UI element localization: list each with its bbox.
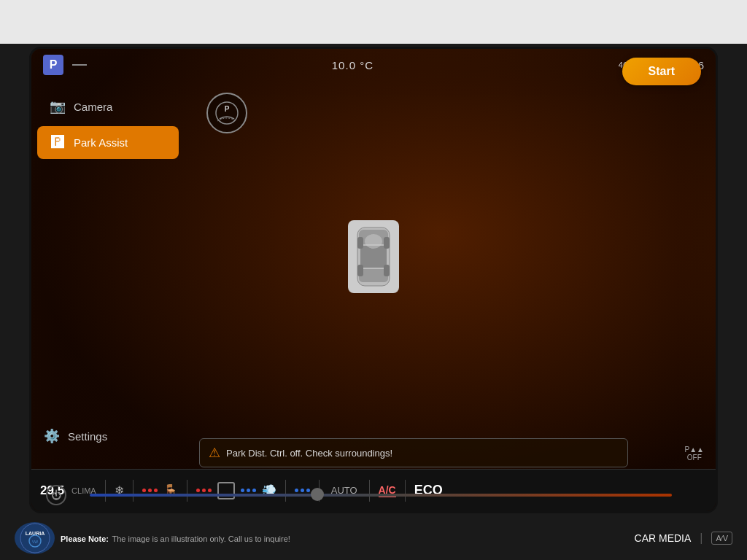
- sidebar-item-park-assist[interactable]: 🅿 Park Assist: [37, 126, 179, 159]
- footer: LAURIA VW Please Note: The image is an i…: [0, 516, 747, 560]
- pdc-off-indicator: P▲▲ OFF: [685, 446, 704, 462]
- car-svg: [352, 224, 395, 289]
- footer-note-label: Please Note:: [61, 534, 109, 543]
- divider-2: [133, 480, 133, 502]
- park-assist-icon: 🅿: [49, 135, 66, 150]
- footer-divider: |: [700, 532, 703, 545]
- park-sensor-icon: P: [214, 100, 240, 126]
- park-assist-circle-button[interactable]: P: [206, 93, 247, 133]
- temperature-slider-track[interactable]: [90, 494, 672, 497]
- heat-dots-left: [142, 489, 158, 492]
- svg-rect-8: [357, 265, 363, 276]
- infotainment-screen: P 10.0 °C 4G 🌐 11:56 📷 Camera: [29, 47, 718, 513]
- park-mode-indicator: P: [43, 55, 63, 75]
- footer-note: Please Note: The image is an illustratio…: [61, 532, 290, 545]
- sidebar: 📷 Camera 🅿 Park Assist ⚙️ Settings: [31, 81, 185, 467]
- car-image: [348, 220, 399, 293]
- svg-point-10: [365, 234, 382, 249]
- svg-rect-7: [384, 237, 390, 249]
- av-badge: A∕V: [711, 532, 732, 545]
- climate-bar: 29.5 CLIMA ❄ 🪑 💨: [31, 469, 716, 511]
- pdc-top-label: P▲▲: [685, 446, 704, 454]
- heat-dots-right: [241, 489, 256, 492]
- camera-icon: 📷: [49, 98, 66, 114]
- svg-rect-6: [357, 237, 363, 249]
- sidebar-item-settings[interactable]: ⚙️ Settings: [31, 419, 185, 453]
- header-bar: P 10.0 °C 4G 🌐 11:56: [31, 49, 716, 81]
- divider-7: [405, 480, 406, 502]
- svg-text:P: P: [225, 105, 230, 113]
- settings-icon: ⚙️: [43, 428, 61, 444]
- lauria-logo: LAURIA VW: [15, 522, 55, 554]
- sidebar-item-camera[interactable]: 📷 Camera: [37, 90, 179, 123]
- footer-note-text: The image is an illustration only. Call …: [112, 534, 290, 543]
- park-assist-label: Park Assist: [74, 136, 128, 149]
- heat-dots-center: [196, 489, 212, 492]
- divider-6: [369, 480, 370, 502]
- camera-label: Camera: [74, 101, 112, 113]
- cool-dots-right: [295, 489, 310, 492]
- car-top-view: [348, 220, 399, 293]
- power-button[interactable]: ⏻: [46, 485, 66, 505]
- carmedia-brand: CAR MEDIA: [635, 532, 692, 544]
- warning-triangle-icon: ⚠: [209, 445, 220, 461]
- settings-label: Settings: [68, 430, 107, 443]
- footer-left: LAURIA VW Please Note: The image is an i…: [15, 522, 290, 554]
- svg-point-11: [20, 524, 50, 553]
- temperature-display: 10.0 °C: [332, 59, 374, 71]
- svg-rect-5: [360, 246, 387, 268]
- divider-1: [105, 480, 106, 502]
- svg-rect-9: [384, 265, 390, 276]
- lauria-logo-svg: LAURIA VW: [17, 522, 53, 554]
- svg-text:VW: VW: [31, 540, 37, 544]
- footer-right: CAR MEDIA | A∕V: [635, 532, 732, 545]
- pdc-off-label: OFF: [687, 454, 702, 462]
- warning-bar: ⚠ Park Dist. Ctrl. off. Check surroundin…: [199, 438, 628, 467]
- warning-message: Park Dist. Ctrl. off. Check surroundings…: [226, 448, 392, 459]
- header-dash: [72, 64, 87, 66]
- divider-3: [187, 480, 187, 502]
- top-bezel: [0, 0, 747, 44]
- start-button[interactable]: Start: [622, 58, 701, 85]
- header-left: P: [43, 55, 87, 75]
- divider-4: [285, 480, 286, 502]
